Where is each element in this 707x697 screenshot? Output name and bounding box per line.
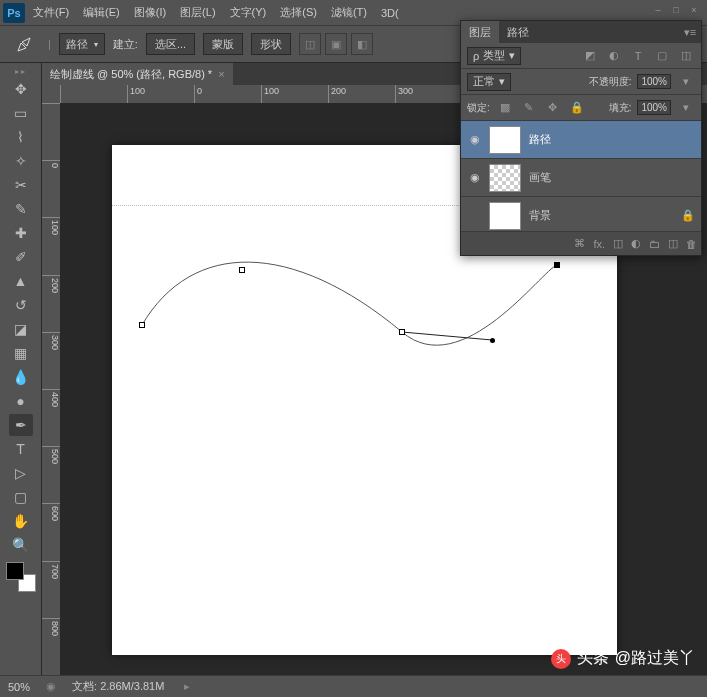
fg-color-swatch[interactable] — [6, 562, 24, 580]
watermark-author: @路过美丫 — [615, 648, 695, 669]
menu-type[interactable]: 文字(Y) — [230, 5, 267, 20]
menu-image[interactable]: 图像(I) — [134, 5, 166, 20]
hand-tool[interactable]: ✋ — [9, 510, 33, 532]
filter-adjust-icon[interactable]: ◐ — [605, 48, 623, 64]
svg-line-0 — [402, 332, 492, 340]
status-arrow-icon[interactable]: ▸ — [184, 680, 190, 693]
tab-paths[interactable]: 路径 — [499, 21, 537, 43]
window-close-icon[interactable]: × — [685, 4, 703, 16]
window-minimize-icon[interactable]: – — [649, 4, 667, 16]
tab-close-icon[interactable]: × — [218, 68, 224, 80]
lock-position-icon[interactable]: ✥ — [544, 100, 562, 116]
ruler-vertical: 0100200300400500600700800 — [42, 103, 60, 675]
layer-row[interactable]: ◉ 路径 — [461, 121, 701, 159]
stamp-tool[interactable]: ▲ — [9, 270, 33, 292]
link-layers-icon[interactable]: ⌘ — [574, 237, 585, 250]
menu-edit[interactable]: 编辑(E) — [83, 5, 120, 20]
layer-row[interactable]: ◉ 画笔 — [461, 159, 701, 197]
healing-tool[interactable]: ✚ — [9, 222, 33, 244]
menu-filter[interactable]: 滤镜(T) — [331, 5, 367, 20]
path-op-icon-3[interactable]: ◧ — [351, 33, 373, 55]
toolbox-grip-icon[interactable]: ▸▸ — [3, 67, 39, 77]
opacity-value[interactable]: 100% — [637, 74, 671, 89]
history-brush-tool[interactable]: ↺ — [9, 294, 33, 316]
eraser-tool[interactable]: ◪ — [9, 318, 33, 340]
filter-pixel-icon[interactable]: ◩ — [581, 48, 599, 64]
visibility-toggle-icon[interactable]: ◉ — [461, 133, 489, 146]
watermark-logo-icon: 头 — [551, 649, 571, 669]
toolbox: ▸▸ ✥ ▭ ⌇ ✧ ✂ ✎ ✚ ✐ ▲ ↺ ◪ ▦ 💧 ● ✒ T ▷ ▢ ✋… — [0, 63, 42, 675]
lock-all-icon[interactable]: 🔒 — [568, 100, 586, 116]
color-swatches[interactable] — [6, 562, 36, 592]
anchor-point-4[interactable] — [554, 262, 560, 268]
type-tool[interactable]: T — [9, 438, 33, 460]
panel-menu-icon[interactable]: ▾≡ — [679, 26, 701, 39]
menu-select[interactable]: 选择(S) — [280, 5, 317, 20]
status-icon: ◉ — [46, 680, 56, 693]
filter-type-icon[interactable]: T — [629, 48, 647, 64]
layer-row[interactable]: 背景 🔒 — [461, 197, 701, 231]
opacity-arrow-icon[interactable]: ▾ — [677, 74, 695, 90]
mode-dropdown[interactable]: 路径 ▾ — [59, 33, 105, 55]
menu-file[interactable]: 文件(F) — [33, 5, 69, 20]
mask-icon[interactable]: ◫ — [613, 237, 623, 250]
gradient-tool[interactable]: ▦ — [9, 342, 33, 364]
visibility-toggle-icon[interactable]: ◉ — [461, 171, 489, 184]
document-tab[interactable]: 绘制虚线 @ 50% (路径, RGB/8) * × — [42, 63, 233, 85]
handle-point[interactable] — [490, 338, 495, 343]
move-tool[interactable]: ✥ — [9, 78, 33, 100]
filter-kind-dropdown[interactable]: ρ 类型 ▾ — [467, 47, 521, 65]
watermark: 头 头条 @路过美丫 — [551, 648, 695, 669]
layer-thumbnail[interactable] — [489, 164, 521, 192]
new-layer-icon[interactable]: ◫ — [668, 237, 678, 250]
window-maximize-icon[interactable]: □ — [667, 4, 685, 16]
blend-mode-dropdown[interactable]: 正常 ▾ — [467, 73, 511, 91]
mask-button[interactable]: 蒙版 — [203, 33, 243, 55]
lock-pixels-icon[interactable]: ✎ — [520, 100, 538, 116]
brush-tool[interactable]: ✐ — [9, 246, 33, 268]
anchor-point-2[interactable] — [239, 267, 245, 273]
opacity-label: 不透明度: — [589, 75, 632, 89]
shape-tool[interactable]: ▢ — [9, 486, 33, 508]
path-op-icon-1[interactable]: ◫ — [299, 33, 321, 55]
marquee-tool[interactable]: ▭ — [9, 102, 33, 124]
menu-3d[interactable]: 3D( — [381, 7, 399, 19]
crop-tool[interactable]: ✂ — [9, 174, 33, 196]
path-select-tool[interactable]: ▷ — [9, 462, 33, 484]
lock-label: 锁定: — [467, 101, 490, 115]
wand-tool[interactable]: ✧ — [9, 150, 33, 172]
watermark-brand: 头条 — [577, 648, 609, 669]
filter-smart-icon[interactable]: ◫ — [677, 48, 695, 64]
layer-thumbnail[interactable] — [489, 202, 521, 230]
zoom-level[interactable]: 50% — [8, 681, 30, 693]
menu-layer[interactable]: 图层(L) — [180, 5, 215, 20]
selection-button[interactable]: 选区... — [146, 33, 195, 55]
adjustment-icon[interactable]: ◐ — [631, 237, 641, 250]
layer-name[interactable]: 画笔 — [529, 170, 551, 185]
tab-layers[interactable]: 图层 — [461, 21, 499, 43]
chevron-down-icon: ▾ — [94, 40, 98, 49]
fill-value[interactable]: 100% — [637, 100, 671, 115]
layer-name[interactable]: 路径 — [529, 132, 551, 147]
fill-arrow-icon[interactable]: ▾ — [677, 100, 695, 116]
layer-thumbnail[interactable] — [489, 126, 521, 154]
doc-size-label: 文档: — [72, 680, 97, 692]
fx-icon[interactable]: fx. — [593, 238, 605, 250]
eyedropper-tool[interactable]: ✎ — [9, 198, 33, 220]
lock-trans-icon[interactable]: ▩ — [496, 100, 514, 116]
filter-shape-icon[interactable]: ▢ — [653, 48, 671, 64]
shape-button[interactable]: 形状 — [251, 33, 291, 55]
pen-tool[interactable]: ✒ — [9, 414, 33, 436]
anchor-point-3[interactable] — [399, 329, 405, 335]
group-icon[interactable]: 🗀 — [649, 238, 660, 250]
zoom-tool[interactable]: 🔍 — [9, 534, 33, 556]
layer-name[interactable]: 背景 — [529, 208, 551, 223]
anchor-point-1[interactable] — [139, 322, 145, 328]
blur-tool[interactable]: 💧 — [9, 366, 33, 388]
delete-icon[interactable]: 🗑 — [686, 238, 697, 250]
path-op-icon-2[interactable]: ▣ — [325, 33, 347, 55]
document-title: 绘制虚线 @ 50% (路径, RGB/8) * — [50, 67, 212, 82]
dodge-tool[interactable]: ● — [9, 390, 33, 412]
pen-tool-icon[interactable] — [10, 33, 40, 55]
lasso-tool[interactable]: ⌇ — [9, 126, 33, 148]
